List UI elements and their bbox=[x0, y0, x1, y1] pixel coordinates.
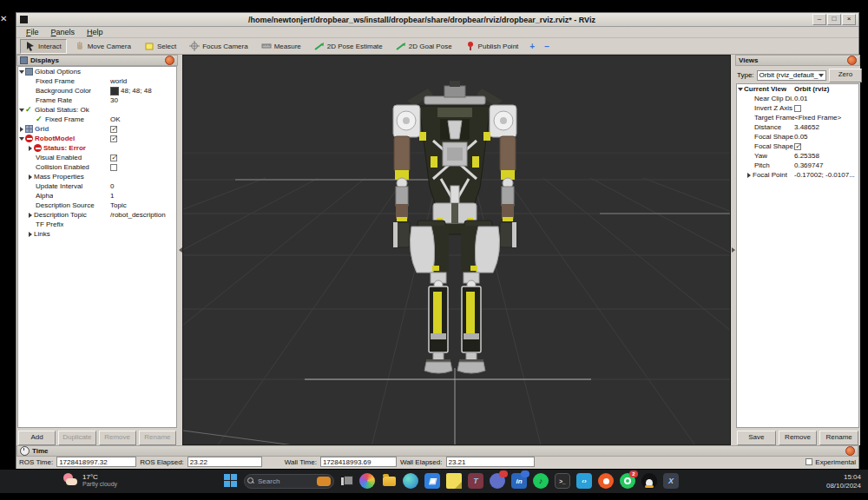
publish-point-tool-button[interactable]: Publish Point bbox=[460, 39, 524, 54]
pose-estimate-tool-button[interactable]: 2D Pose Estimate bbox=[309, 39, 388, 54]
tree-row[interactable]: Near Clip Di...0.01 bbox=[737, 94, 858, 103]
displays-close-icon[interactable] bbox=[165, 56, 174, 65]
tree-row[interactable]: Description Topic/robot_description bbox=[18, 210, 176, 220]
file-explorer-icon[interactable] bbox=[381, 473, 397, 489]
folder-icon bbox=[383, 477, 396, 486]
remove-display-button[interactable]: Remove bbox=[99, 431, 136, 445]
linkedin-app-icon[interactable]: in bbox=[511, 473, 527, 489]
view-type-select[interactable]: Orbit (rviz_default_ bbox=[757, 70, 826, 81]
start-button[interactable] bbox=[224, 474, 238, 488]
tree-row[interactable]: Mass Properties bbox=[18, 172, 176, 181]
rename-display-button[interactable]: Rename bbox=[139, 431, 176, 445]
select-tool-button[interactable]: Select bbox=[139, 39, 181, 54]
add-tool-button[interactable]: + bbox=[526, 39, 538, 54]
tree-row[interactable]: Focal Point-0.17002; -0.0107... bbox=[737, 170, 858, 180]
tree-row[interactable]: Fixed Frameworld bbox=[18, 76, 176, 86]
measure-tool-button[interactable]: Measure bbox=[256, 39, 306, 54]
interact-tool-button[interactable]: Interact bbox=[20, 39, 67, 54]
visual-enabled-checkbox[interactable]: ✓ bbox=[110, 155, 117, 161]
wall-time-input[interactable] bbox=[320, 457, 397, 467]
vcxsrv-app-icon[interactable]: X bbox=[663, 473, 679, 489]
terminal-app-icon[interactable]: >_ bbox=[555, 473, 570, 489]
duplicate-display-button[interactable]: Duplicate bbox=[58, 431, 95, 445]
weather-widget[interactable]: 17°C Partly cloudy bbox=[62, 472, 117, 488]
tree-row[interactable]: Distance3.48652 bbox=[737, 122, 858, 132]
tree-row[interactable]: Visual Enabled✓ bbox=[18, 153, 176, 162]
add-display-button[interactable]: Add bbox=[18, 431, 56, 445]
taskbar-center: Search ▣ T in ♪ >_ ‹› 2 X bbox=[224, 473, 679, 489]
goal-pose-tool-button[interactable]: 2D Goal Pose bbox=[391, 39, 457, 54]
close-button[interactable]: × bbox=[842, 14, 856, 25]
focus-camera-tool-button[interactable]: Focus Camera bbox=[184, 39, 253, 54]
tree-row[interactable]: Links bbox=[18, 229, 176, 239]
teams-app-icon[interactable]: T bbox=[468, 473, 483, 489]
tree-row[interactable]: Alpha1 bbox=[18, 191, 176, 201]
tree-row[interactable]: Status: Error bbox=[18, 143, 176, 153]
window-titlebar[interactable]: /home/newtonjert/dropbear_ws/install/dro… bbox=[16, 13, 858, 27]
invert-z-checkbox[interactable] bbox=[794, 105, 801, 112]
sticky-notes-icon[interactable] bbox=[446, 473, 462, 489]
store-app-icon[interactable]: ▣ bbox=[424, 473, 440, 489]
tree-row[interactable]: Grid✓ bbox=[18, 124, 176, 134]
tree-row[interactable]: Yaw6.25358 bbox=[737, 151, 858, 161]
photos-app-icon[interactable] bbox=[359, 473, 375, 489]
tree-row[interactable]: Collision Enabled bbox=[18, 162, 176, 172]
tree-row[interactable]: ✓Global Status: Ok bbox=[18, 105, 176, 115]
minimize-button[interactable]: – bbox=[812, 14, 826, 25]
tree-row[interactable]: Invert Z Axis bbox=[737, 103, 858, 113]
focal-shape-fixed-checkbox[interactable]: ✓ bbox=[794, 143, 801, 150]
displays-panel-header[interactable]: Displays bbox=[16, 55, 178, 66]
edge-browser-icon[interactable] bbox=[403, 473, 418, 489]
discord-app-icon[interactable] bbox=[490, 473, 505, 489]
color-swatch bbox=[110, 87, 119, 95]
views-close-icon[interactable] bbox=[847, 56, 857, 65]
tree-row[interactable]: Background Color48; 48; 48 bbox=[18, 86, 176, 95]
vscode-app-icon[interactable]: ‹› bbox=[576, 473, 592, 489]
search-box[interactable]: Search bbox=[244, 474, 334, 489]
tree-row[interactable]: Update Interval0 bbox=[18, 181, 176, 191]
time-panel-title: Time bbox=[32, 447, 845, 455]
displays-tree: Global Options Fixed Frameworld Backgrou… bbox=[17, 66, 177, 428]
maximize-button[interactable]: □ bbox=[827, 14, 841, 25]
tree-row[interactable]: Target Frame<Fixed Frame> bbox=[737, 113, 858, 122]
experimental-checkbox[interactable] bbox=[806, 458, 812, 465]
save-view-button[interactable]: Save bbox=[737, 431, 776, 445]
taskbar-clock[interactable]: 15:04 08/10/2024 bbox=[826, 473, 861, 490]
menu-panels[interactable]: Panels bbox=[45, 28, 82, 36]
spotify-app-icon[interactable]: ♪ bbox=[533, 473, 549, 489]
views-buttons: Save Remove Rename bbox=[737, 431, 858, 444]
robotmodel-enabled-checkbox[interactable]: ✓ bbox=[110, 135, 117, 142]
linux-tux-icon[interactable] bbox=[641, 473, 657, 489]
views-panel: Views Type: Orbit (rviz_default_ Zero Cu… bbox=[735, 55, 860, 445]
task-view-button[interactable] bbox=[340, 476, 353, 487]
tree-row[interactable]: Current ViewOrbit (rviz) bbox=[737, 84, 858, 94]
chevron-down-icon bbox=[819, 74, 824, 77]
wall-elapsed-input[interactable] bbox=[446, 457, 535, 467]
tree-row[interactable]: Description SourceTopic bbox=[18, 201, 176, 210]
tree-row[interactable]: TF Prefix bbox=[18, 220, 176, 229]
time-close-icon[interactable] bbox=[845, 446, 855, 456]
tree-row[interactable]: Frame Rate30 bbox=[18, 95, 176, 105]
remove-tool-button[interactable]: − bbox=[541, 39, 553, 54]
render-viewport[interactable] bbox=[182, 55, 731, 445]
menu-help[interactable]: Help bbox=[81, 28, 109, 36]
ros-time-input[interactable] bbox=[56, 457, 136, 467]
tree-row[interactable]: ✓Fixed FrameOK bbox=[18, 115, 176, 124]
whatsapp-app-icon[interactable]: 2 bbox=[620, 473, 635, 489]
grid-enabled-checkbox[interactable]: ✓ bbox=[110, 126, 117, 133]
rename-view-button[interactable]: Rename bbox=[819, 431, 858, 445]
stray-cursor-artifact: ✕ bbox=[0, 14, 7, 23]
remove-view-button[interactable]: Remove bbox=[779, 431, 818, 445]
tree-row[interactable]: Focal Shape...0.05 bbox=[737, 132, 858, 141]
zero-button[interactable]: Zero bbox=[829, 69, 862, 82]
postman-app-icon[interactable] bbox=[598, 473, 614, 489]
tree-row[interactable]: Pitch0.369747 bbox=[737, 161, 858, 170]
menu-file[interactable]: File bbox=[20, 28, 45, 36]
views-panel-header[interactable]: Views bbox=[735, 55, 860, 66]
tree-row[interactable]: Global Options bbox=[18, 67, 176, 76]
tree-row[interactable]: RobotModel✓ bbox=[18, 134, 176, 143]
move-camera-tool-button[interactable]: Move Camera bbox=[69, 39, 136, 54]
collision-enabled-checkbox[interactable] bbox=[110, 164, 117, 171]
ros-elapsed-input[interactable] bbox=[187, 457, 262, 467]
tree-row[interactable]: Focal Shape...✓ bbox=[737, 141, 858, 151]
